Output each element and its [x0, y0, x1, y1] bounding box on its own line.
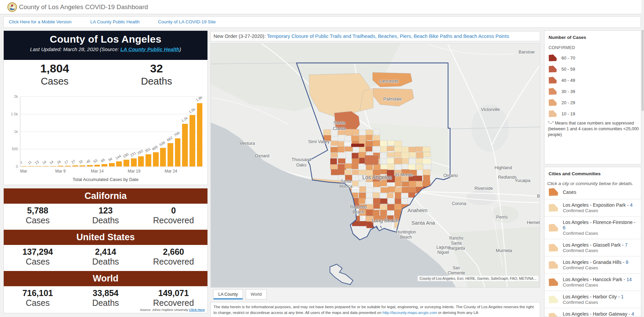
bar-Mar 24[interactable]	[168, 143, 173, 166]
city-list-item[interactable]: Los Angeles - Hancock Park - 14Confirmed…	[545, 273, 641, 291]
disclaimer-link[interactable]: http://lacounty.maps.arcgis.com	[382, 311, 437, 315]
bar-Mar 25[interactable]	[175, 138, 181, 166]
legend-swatch-icon	[549, 77, 557, 84]
stat-block: 716,101Cases	[4, 288, 72, 312]
bar-Mar 20[interactable]	[138, 156, 144, 166]
cases-bar-chart[interactable]: 2k1.5k1k5000 711131414161727324053699414…	[20, 96, 203, 167]
bar-Mar 11[interactable]	[72, 165, 78, 166]
legend-item: 30 - 39	[549, 88, 641, 95]
bar-value-label: 40	[85, 158, 91, 164]
map-tab-la-county[interactable]: LA County	[213, 289, 243, 299]
bar-Mar 17[interactable]	[116, 161, 122, 166]
bar-slot: 190	[123, 96, 130, 166]
order-banner-link[interactable]: Temporary Closure of Public Trails and T…	[267, 33, 509, 39]
bar-value-label: 94	[107, 157, 113, 162]
y-axis-tick: 1k	[14, 130, 18, 134]
bar-Mar 26[interactable]	[182, 124, 188, 166]
bar-slot: 7	[20, 96, 28, 166]
city-name-line: Los Angeles - Exposition Park - 4	[563, 202, 632, 208]
city-case-count: 8	[626, 259, 628, 265]
legend-title: Number of Cases	[545, 31, 641, 40]
bar-value-label: 32	[78, 159, 83, 164]
legend-range-label: 40 - 49	[561, 78, 575, 83]
public-health-link[interactable]: LA County Public Health	[120, 46, 179, 52]
bar-slot: 17	[64, 96, 72, 166]
city-case-count: 6	[563, 225, 565, 230]
bar-Mar 23[interactable]	[160, 148, 166, 166]
bar-Mar 13[interactable]	[87, 165, 93, 166]
x-axis-tick: Mar 14	[91, 169, 104, 174]
map-attribution: County of Los Angeles, Esri, HERE, Garmi…	[418, 276, 538, 281]
legend-range-label: 30 - 39	[561, 89, 575, 94]
stat-block: 2,414Deaths	[72, 247, 140, 271]
cities-panel-title: Cities and Communities	[545, 167, 641, 176]
bar-Mar 9[interactable]	[58, 166, 63, 166]
jhu-source-text: Source: Johns Hopkins University	[140, 308, 189, 312]
us-recovered-value: 2,660	[139, 247, 207, 257]
bar-Mar 28[interactable]	[197, 103, 203, 166]
city-name-line: Los Angeles - Florence-Firestone - 6	[563, 220, 639, 230]
city-case-count: 1	[621, 294, 624, 299]
bar-Mar 12[interactable]	[80, 165, 85, 166]
bar-Mar 27[interactable]	[190, 115, 195, 166]
bar-slot: 13	[35, 96, 42, 166]
city-list-item[interactable]: Los Angeles - Florence-Firestone - 6Conf…	[545, 216, 641, 239]
city-item-text: Los Angeles - Hancock Park - 14Confirmed…	[563, 277, 632, 288]
legend-range-label: 20 - 29	[561, 100, 575, 105]
california-recovered-value: 0	[139, 206, 207, 216]
cities-panel-hint: Click a city or community below for deta…	[545, 176, 641, 188]
us-deaths-label: Deaths	[72, 257, 140, 267]
county-deaths-stat: 32 Deaths	[106, 62, 207, 87]
map-tab-world[interactable]: World	[246, 289, 267, 299]
city-list-item[interactable]: Los Angeles - Exposition Park - 4Confirm…	[545, 199, 641, 216]
bar-slot: 1.2k	[181, 96, 189, 166]
county-panel-header: County of Los Angeles Last Updated: Marc…	[4, 31, 207, 60]
page-title: County of Los Angeles COVID-19 Dashboard	[19, 3, 148, 11]
bar-slot: 11	[28, 96, 35, 166]
bar-Mar 4[interactable]	[21, 166, 27, 166]
california-cases-value: 5,788	[4, 206, 72, 216]
city-case-count: 4	[630, 202, 632, 208]
bar-Mar 14[interactable]	[94, 165, 100, 166]
bar-Mar 21[interactable]	[146, 154, 151, 166]
nav-link-0[interactable]: Click Here for a Mobile Version	[9, 19, 71, 24]
city-list-item[interactable]: Los Angeles - Granada Hills - 8Confirmed…	[545, 256, 641, 273]
bar-Mar 10[interactable]	[65, 166, 71, 166]
bar-value-label: 13	[34, 159, 40, 165]
legend-swatch-icon	[549, 99, 557, 106]
jhu-click-here-link[interactable]: Click Here	[189, 308, 205, 312]
bar-Mar 22[interactable]	[153, 152, 159, 166]
bar-Mar 16[interactable]	[109, 163, 115, 166]
city-list-item[interactable]: Los Angeles - Harbor City - 1Confirmed C…	[545, 291, 641, 308]
city-list-item[interactable]: Los Angeles - Harbor Gateway - 4Confirme…	[545, 308, 641, 317]
bar-Mar 7[interactable]	[43, 166, 49, 166]
bar-Mar 18[interactable]	[124, 160, 129, 166]
la-county-map[interactable]: BarstowVictorvilleVenturaOxnardThousand …	[210, 43, 540, 288]
bar-value-label: 7	[19, 161, 23, 165]
bar-slot: 69	[101, 96, 108, 166]
city-confirmed-cases-label: Confirmed Cases	[563, 282, 632, 288]
cities-communities-panel: Cities and Communities Click a city or c…	[544, 167, 641, 317]
legend-swatch-icon	[549, 54, 557, 61]
bar-slot: 32	[79, 96, 86, 166]
bar-Mar 6[interactable]	[36, 166, 41, 166]
county-deaths-label: Deaths	[106, 76, 207, 87]
bar-value-label: 409	[151, 144, 158, 151]
bar-Mar 8[interactable]	[50, 166, 56, 166]
city-confirmed-cases-label: Confirmed Cases	[563, 248, 627, 253]
city-list-item[interactable]: Los Angeles - Glassell Park - 7Confirmed…	[545, 239, 641, 256]
legend-suppression-note: "--" Means that case numbers are suppres…	[545, 117, 641, 138]
bar-Mar 15[interactable]	[102, 164, 107, 166]
bar-value-label: 292	[137, 149, 144, 155]
nav-link-2[interactable]: County of LA COVID-19 Site	[158, 19, 216, 24]
page-scrollbar-thumb[interactable]	[642, 30, 644, 111]
nav-link-1[interactable]: LA County Public Health	[90, 19, 140, 24]
bar-Mar 5[interactable]	[28, 166, 34, 166]
city-list-item-partial[interactable]: Cases	[545, 188, 641, 199]
us-recovered-label: Recovered	[139, 257, 207, 267]
city-name-line: Cases	[563, 189, 576, 195]
city-item-text: Cases	[563, 189, 576, 195]
regions-summary-panel: California 5,788Cases 123Deaths 0Recover…	[3, 188, 208, 313]
bar-Mar 19[interactable]	[131, 158, 137, 166]
page-scrollbar[interactable]	[641, 0, 644, 317]
